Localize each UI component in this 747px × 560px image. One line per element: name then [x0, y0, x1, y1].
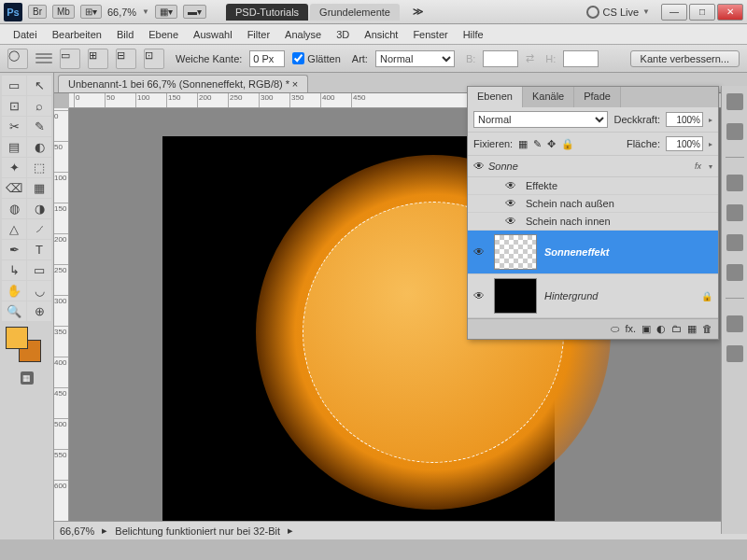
new-layer-icon[interactable]: ▦	[687, 323, 697, 335]
screenmode-button[interactable]: ▬▾	[183, 5, 206, 19]
3d-tool[interactable]: ↳	[2, 260, 26, 280]
lock-paint-icon[interactable]: ✎	[533, 138, 542, 150]
subtract-selection-icon[interactable]: ⊟	[116, 49, 136, 69]
chevron-down-icon[interactable]: ▼	[142, 7, 149, 16]
foreground-color-swatch[interactable]	[6, 327, 28, 349]
layer-sonne[interactable]: 👁 Sonne fx ▾	[468, 156, 718, 177]
menu-fenster[interactable]: Fenster	[405, 27, 455, 42]
intersect-selection-icon[interactable]: ⊡	[144, 49, 164, 69]
menu-hilfe[interactable]: Hilfe	[456, 27, 491, 42]
camera-tool[interactable]: ▭	[27, 260, 51, 280]
visibility-icon[interactable]: 👁	[505, 197, 518, 210]
menu-auswahl[interactable]: Auswahl	[186, 27, 240, 42]
effect-inner-glow[interactable]: 👁 Schein nach innen	[468, 213, 718, 231]
menu-ebene[interactable]: Ebene	[141, 27, 186, 42]
new-selection-icon[interactable]: ▭	[60, 49, 80, 69]
layer-name[interactable]: Hintergrund	[544, 290, 694, 301]
visibility-icon[interactable]: 👁	[505, 215, 518, 228]
menu-3d[interactable]: 3D	[329, 27, 357, 42]
zoom-tool[interactable]: 🔍	[2, 301, 26, 321]
layer-thumbnail[interactable]	[494, 278, 537, 314]
dock-actions-icon[interactable]	[726, 345, 743, 362]
style-select[interactable]: Normal	[375, 50, 455, 67]
quickmask-button[interactable]: ▦	[21, 371, 34, 385]
effect-outer-glow[interactable]: 👁 Schein nach außen	[468, 195, 718, 213]
menu-analyse[interactable]: Analyse	[277, 27, 329, 42]
refine-edge-button[interactable]: Kante verbessern...	[630, 50, 740, 67]
chevron-down-icon[interactable]: ▾	[709, 162, 712, 171]
visibility-icon[interactable]: 👁	[473, 245, 486, 259]
history-brush-tool[interactable]: ⬚	[27, 158, 51, 177]
dock-masks-icon[interactable]	[726, 204, 743, 221]
rotate-tool[interactable]: ◡	[27, 281, 51, 301]
pen-tool[interactable]: △	[2, 219, 26, 239]
antialias-checkbox[interactable]: Glätten	[292, 52, 340, 64]
titlebar-zoom[interactable]: 66,7%	[107, 7, 136, 18]
close-button[interactable]: ✕	[717, 4, 743, 21]
opacity-input[interactable]	[666, 112, 703, 127]
menu-datei[interactable]: Datei	[6, 27, 45, 42]
add-selection-icon[interactable]: ⊞	[88, 49, 108, 69]
effects-header[interactable]: 👁 Effekte	[468, 177, 718, 195]
type-tool[interactable]: ⟋	[27, 219, 51, 239]
dock-character-icon[interactable]	[726, 264, 743, 281]
gradient-tool[interactable]: ▦	[27, 178, 51, 198]
hand-tool[interactable]: ✋	[2, 281, 26, 301]
layer-name[interactable]: Sonne	[488, 161, 687, 172]
menu-bild[interactable]: Bild	[109, 27, 141, 42]
stamp-tool[interactable]: ✦	[2, 158, 26, 177]
menu-filter[interactable]: Filter	[240, 27, 277, 42]
blendmode-select[interactable]: Normal	[473, 111, 608, 128]
adjustment-layer-icon[interactable]: ◐	[656, 323, 666, 335]
quickselect-tool[interactable]: ⌕	[27, 96, 51, 116]
layers-panel[interactable]: Ebenen Kanäle Pfade Normal Deckkraft: ▸ …	[467, 86, 719, 340]
dock-styles-icon[interactable]	[726, 234, 743, 251]
layer-group-icon[interactable]: 🗀	[671, 323, 682, 335]
blur-tool[interactable]: ◍	[2, 199, 26, 218]
brush-tool[interactable]: ◐	[27, 137, 51, 157]
visibility-icon[interactable]: 👁	[473, 160, 486, 173]
path-tool[interactable]: ✒	[2, 240, 26, 259]
maximize-button[interactable]: □	[689, 4, 715, 21]
dock-history-icon[interactable]	[726, 315, 743, 332]
shape-tool[interactable]: T	[27, 240, 51, 259]
visibility-icon[interactable]: 👁	[473, 289, 486, 302]
lock-all-icon[interactable]: 🔒	[561, 138, 574, 150]
layer-mask-icon[interactable]: ▣	[641, 323, 651, 335]
minimize-button[interactable]: —	[661, 4, 687, 21]
layer-name[interactable]: Sonneneffekt	[544, 246, 712, 258]
layer-fx-icon[interactable]: fx.	[625, 323, 636, 335]
move-tool[interactable]: ↖	[27, 76, 51, 95]
fx-badge[interactable]: fx	[695, 161, 701, 171]
tab-ebenen[interactable]: Ebenen	[468, 87, 523, 107]
menu-bearbeiten[interactable]: Bearbeiten	[45, 27, 109, 42]
color-swatches[interactable]	[2, 327, 51, 364]
status-zoom[interactable]: 66,67%	[60, 525, 94, 537]
dock-swatches-icon[interactable]	[726, 123, 743, 140]
workspace-tab-tutorials[interactable]: PSD-Tutorials	[226, 4, 308, 21]
tool-preset-icon[interactable]: ◯	[7, 49, 28, 69]
layer-hintergrund[interactable]: 👁 Hintergrund 🔒	[468, 274, 718, 318]
workspace-tab-grundelemente[interactable]: Grundelemente	[310, 4, 400, 21]
marquee-tool[interactable]: ▭	[2, 76, 26, 95]
layer-sonneneffekt[interactable]: 👁 Sonneneffekt	[468, 231, 718, 274]
eyedropper-tool[interactable]: ✎	[27, 117, 51, 136]
dock-color-icon[interactable]	[726, 93, 743, 110]
crop-tool[interactable]: ✂	[2, 117, 26, 136]
arrange-button[interactable]: ▦▾	[155, 5, 177, 19]
eraser-tool[interactable]: ⌫	[2, 178, 26, 198]
opacity-flyout-icon[interactable]: ▸	[709, 116, 712, 124]
tab-kanaele[interactable]: Kanäle	[523, 87, 574, 107]
lock-transparent-icon[interactable]: ▦	[518, 138, 528, 150]
tab-pfade[interactable]: Pfade	[574, 87, 621, 107]
healing-tool[interactable]: ▤	[2, 137, 26, 157]
layer-thumbnail[interactable]	[494, 234, 537, 270]
document-tab[interactable]: Unbenannt-1 bei 66,7% (Sonneneffekt, RGB…	[58, 75, 308, 92]
visibility-icon[interactable]: 👁	[505, 179, 518, 192]
minibridge-button[interactable]: Mb	[52, 5, 75, 19]
dock-adjustments-icon[interactable]	[726, 175, 743, 191]
workspace-overflow-icon[interactable]: ≫	[413, 6, 424, 18]
feather-input[interactable]	[249, 50, 285, 67]
extra-tool[interactable]: ⊕	[27, 301, 51, 321]
lock-move-icon[interactable]: ✥	[547, 138, 556, 150]
